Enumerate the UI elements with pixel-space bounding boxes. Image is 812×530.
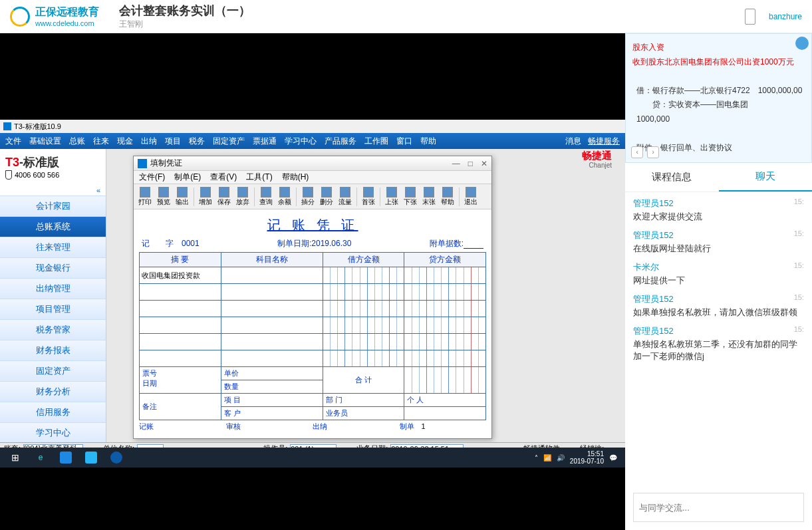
col-summary: 摘 要 bbox=[140, 253, 221, 267]
voucher-row[interactable] bbox=[140, 317, 486, 334]
menu-item[interactable]: 基础设置 bbox=[29, 136, 61, 147]
voucher-row[interactable] bbox=[140, 334, 486, 350]
toolbar-button[interactable]: 首张 bbox=[360, 186, 377, 207]
toolbar-button[interactable]: 末张 bbox=[420, 186, 438, 207]
close-button[interactable]: ✕ bbox=[481, 159, 487, 168]
taskbar-app-3[interactable] bbox=[104, 448, 129, 467]
sidebar-item[interactable]: 往来管理 bbox=[0, 237, 106, 258]
toolbar-button[interactable]: 上张 bbox=[383, 186, 400, 207]
sidebar-item[interactable]: 固定资产 bbox=[0, 360, 106, 382]
attach-count-input[interactable] bbox=[464, 239, 483, 249]
sidebar-item[interactable]: 财务分析 bbox=[0, 381, 106, 402]
menu-item[interactable]: 现金 bbox=[117, 136, 133, 147]
chat-input[interactable] bbox=[633, 493, 804, 522]
dialog-toolbar: 打印预览输出增加保存放弃查询余额插分删分流量首张上张下张末张帮助退出 bbox=[134, 184, 491, 209]
sidebar-item[interactable]: 会计家园 bbox=[0, 196, 106, 217]
toolbar-button[interactable]: 插分 bbox=[299, 186, 317, 207]
t3-logo: T3-标准版 4006 600 566 bbox=[0, 149, 106, 185]
clock[interactable]: 15:51 2019-07-10 bbox=[570, 450, 604, 465]
menu-item[interactable]: 固定资产 bbox=[213, 136, 245, 147]
course-title: 会计整套账务实训（一） bbox=[119, 3, 251, 19]
menu-item[interactable]: 窗口 bbox=[396, 136, 412, 147]
username[interactable]: banzhure bbox=[769, 12, 802, 21]
menu-item[interactable]: 项目 bbox=[165, 136, 181, 147]
start-button[interactable]: ⊞ bbox=[3, 448, 28, 467]
tray-chevron-icon[interactable]: ˄ bbox=[535, 454, 538, 462]
menu-item[interactable]: 文件 bbox=[5, 136, 21, 147]
menu-item[interactable]: 往来 bbox=[93, 136, 109, 147]
next-note-button[interactable]: › bbox=[647, 146, 659, 158]
menu-item[interactable]: 学习中心 bbox=[285, 136, 317, 147]
edge-icon[interactable]: e bbox=[28, 448, 53, 467]
voucher-dialog: 填制凭证 — □ ✕ 文件(F)制单(E)查看(V)工具(T)帮助(H) 打印预… bbox=[133, 156, 492, 439]
toolbar-button[interactable]: 增加 bbox=[197, 186, 214, 207]
voucher-date[interactable]: 2019.06.30 bbox=[311, 239, 351, 248]
tab-chat[interactable]: 聊天 bbox=[719, 163, 813, 192]
chat-message: 管理员15215:单独报名私教班第二季，还没有加群的同学加一下老师的微信j bbox=[633, 325, 804, 362]
app-title: T3-标准版10.9 bbox=[14, 122, 61, 132]
side-panel: 股东入资 收到股东北京国电集团有限公司出资1000万元 借：银行存款——北京银行… bbox=[625, 33, 812, 530]
app-titlebar: T3-标准版10.9 bbox=[0, 120, 625, 133]
sidebar-item[interactable]: 出纳管理 bbox=[0, 278, 106, 299]
toolbar-button[interactable]: 输出 bbox=[174, 186, 191, 207]
tab-course-info[interactable]: 课程信息 bbox=[625, 163, 719, 192]
sidebar-item[interactable]: 现金银行 bbox=[0, 257, 106, 279]
app-menubar: 文件基础设置总账往来现金出纳项目税务固定资产票据通学习中心产品服务工作圈窗口帮助… bbox=[0, 133, 625, 149]
prev-note-button[interactable]: ‹ bbox=[631, 146, 643, 158]
sidebar-item[interactable]: 学习中心 bbox=[0, 422, 106, 444]
brand-title: 正保远程教育 bbox=[35, 5, 99, 19]
menu-item[interactable]: 工作圈 bbox=[364, 136, 388, 147]
toolbar-button[interactable]: 下张 bbox=[402, 186, 419, 207]
toolbar-button[interactable]: 保存 bbox=[215, 186, 233, 207]
sidebar-item[interactable]: 项目管理 bbox=[0, 299, 106, 320]
brand-logo[interactable]: 正保远程教育 www.cdeledu.com bbox=[10, 5, 99, 27]
dialog-menu-item[interactable]: 文件(F) bbox=[139, 172, 165, 183]
sidebar-item[interactable]: 财务报表 bbox=[0, 340, 106, 361]
menu-item[interactable]: 总账 bbox=[69, 136, 85, 147]
dialog-menu-item[interactable]: 查看(V) bbox=[210, 172, 237, 183]
sidebar-item[interactable]: 总账系统 bbox=[0, 216, 106, 237]
maximize-button[interactable]: □ bbox=[468, 159, 473, 168]
avatar-icon[interactable] bbox=[795, 37, 809, 50]
teacher-name: 王智刚 bbox=[119, 19, 251, 30]
entry-credit: 贷：实收资本——国电集团 1000,000 bbox=[636, 98, 805, 126]
menu-item[interactable]: 出纳 bbox=[141, 136, 157, 147]
voucher-no[interactable]: 0001 bbox=[182, 239, 200, 248]
tray-network-icon[interactable]: 📶 bbox=[543, 454, 551, 462]
phone-icon[interactable] bbox=[745, 9, 755, 25]
toolbar-button[interactable]: 流量 bbox=[337, 186, 354, 207]
menu-item[interactable]: 产品服务 bbox=[325, 136, 356, 147]
toolbar-button[interactable]: 删分 bbox=[318, 186, 335, 207]
voucher-row[interactable] bbox=[140, 301, 486, 317]
dialog-menubar: 文件(F)制单(E)查看(V)工具(T)帮助(H) bbox=[134, 171, 491, 184]
taskbar-app-1[interactable] bbox=[53, 448, 78, 467]
phone-icon bbox=[5, 170, 12, 180]
toolbar-button[interactable]: 打印 bbox=[136, 186, 154, 207]
dialog-menu-item[interactable]: 帮助(H) bbox=[282, 172, 309, 183]
menu-item[interactable]: 帮助 bbox=[420, 136, 436, 147]
menu-item[interactable]: 税务 bbox=[189, 136, 205, 147]
collapse-button[interactable]: « bbox=[0, 185, 106, 196]
toolbar-button[interactable]: 预览 bbox=[155, 186, 172, 207]
toolbar-button[interactable]: 查询 bbox=[257, 186, 275, 207]
minimize-button[interactable]: — bbox=[452, 159, 460, 168]
service-link[interactable]: 畅捷服务 bbox=[588, 136, 620, 147]
voucher-row[interactable] bbox=[140, 284, 486, 301]
toolbar-button[interactable]: 退出 bbox=[462, 186, 479, 207]
support-phone: 4006 600 566 bbox=[15, 171, 59, 179]
msg-link[interactable]: 消息 bbox=[565, 136, 581, 147]
dialog-menu-item[interactable]: 制单(E) bbox=[174, 172, 201, 183]
toolbar-button[interactable]: 余额 bbox=[276, 186, 293, 207]
brand-icon bbox=[10, 7, 30, 27]
tray-notification-icon[interactable]: 💬 bbox=[609, 454, 617, 462]
menu-item[interactable]: 票据通 bbox=[253, 136, 277, 147]
tray-speaker-icon[interactable]: 🔊 bbox=[557, 454, 565, 462]
sidebar-item[interactable]: 信用服务 bbox=[0, 402, 106, 423]
voucher-row[interactable]: 收国电集团投资款 bbox=[140, 267, 486, 284]
toolbar-button[interactable]: 放弃 bbox=[234, 186, 251, 207]
sidebar-item[interactable]: 税务管家 bbox=[0, 319, 106, 340]
toolbar-button[interactable]: 帮助 bbox=[439, 186, 456, 207]
voucher-row[interactable] bbox=[140, 350, 486, 367]
dialog-menu-item[interactable]: 工具(T) bbox=[246, 172, 272, 183]
taskbar-app-2[interactable] bbox=[78, 448, 104, 467]
